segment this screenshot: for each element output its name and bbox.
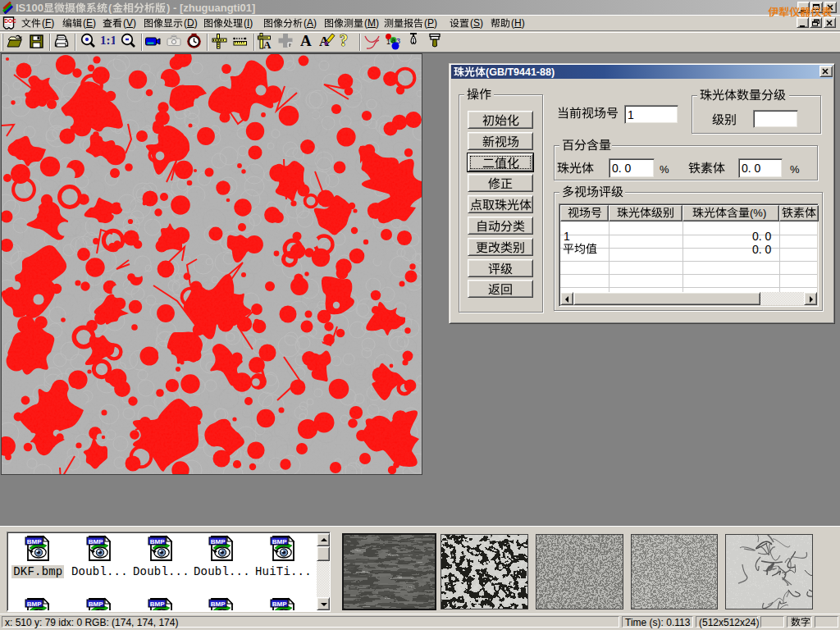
svg-text:1: 1	[386, 38, 390, 46]
svg-text:1:1: 1:1	[100, 34, 115, 47]
svg-text:?: ?	[340, 33, 348, 49]
svg-text:BMP: BMP	[272, 600, 287, 608]
svg-text:DOC: DOC	[4, 18, 16, 24]
svg-text:BMP: BMP	[150, 600, 165, 608]
svg-text:BMP: BMP	[89, 538, 103, 546]
svg-text:A: A	[300, 33, 312, 49]
svg-text:BMP: BMP	[89, 600, 103, 608]
svg-text:BMP: BMP	[211, 600, 226, 608]
svg-text:BMP: BMP	[272, 538, 287, 546]
svg-text:BMP: BMP	[27, 600, 42, 608]
svg-text:BMP: BMP	[150, 538, 165, 546]
svg-text:A: A	[263, 39, 272, 51]
svg-text:BMP: BMP	[211, 538, 226, 546]
svg-text:BMP: BMP	[27, 538, 42, 546]
